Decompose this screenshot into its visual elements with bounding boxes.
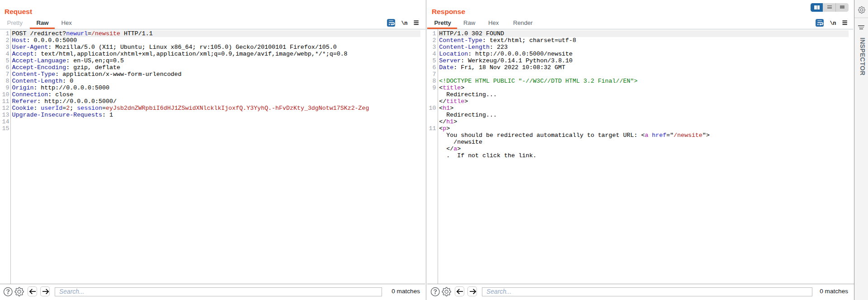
- svg-text:\n: \n: [830, 20, 836, 27]
- svg-text:\n: \n: [401, 20, 408, 27]
